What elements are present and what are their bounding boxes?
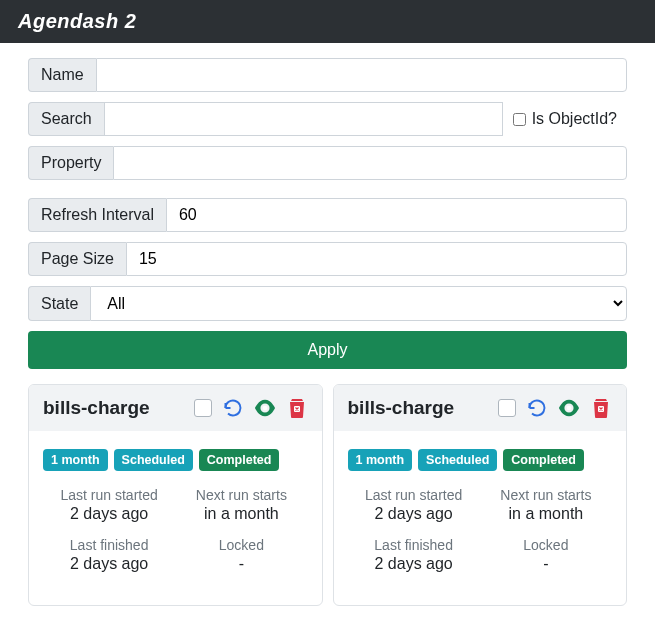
card-body: 1 month Scheduled Completed Last run sta… (29, 431, 322, 605)
badges-row: 1 month Scheduled Completed (348, 449, 613, 471)
interval-badge: 1 month (43, 449, 108, 471)
delete-icon[interactable] (590, 397, 612, 419)
search-input[interactable] (104, 102, 503, 136)
app-header: Agendash 2 (0, 0, 655, 43)
card-header: bills-charge (334, 385, 627, 431)
svg-point-0 (262, 406, 267, 411)
state-select[interactable]: All (90, 286, 627, 321)
app-title: Agendash 2 (18, 10, 136, 32)
property-label: Property (28, 146, 113, 180)
name-input[interactable] (96, 58, 627, 92)
interval-badge: 1 month (348, 449, 413, 471)
search-label: Search (28, 102, 104, 136)
refresh-interval-label: Refresh Interval (28, 198, 166, 232)
svg-point-2 (567, 406, 572, 411)
refresh-interval-group: Refresh Interval (28, 198, 627, 232)
stat-last-finished: Last finished 2 days ago (348, 537, 480, 573)
name-group: Name (28, 58, 627, 92)
is-objectid-label: Is ObjectId? (532, 110, 617, 128)
select-checkbox[interactable] (194, 399, 212, 417)
stat-last-finished: Last finished 2 days ago (43, 537, 175, 573)
stat-locked: Locked - (480, 537, 612, 573)
page-size-label: Page Size (28, 242, 126, 276)
stat-last-run-started: Last run started 2 days ago (348, 487, 480, 523)
badges-row: 1 month Scheduled Completed (43, 449, 308, 471)
card-header: bills-charge (29, 385, 322, 431)
completed-badge: Completed (503, 449, 584, 471)
property-input[interactable] (113, 146, 627, 180)
completed-badge: Completed (199, 449, 280, 471)
is-objectid-checkbox[interactable] (513, 113, 526, 126)
search-group: Search Is ObjectId? (28, 102, 627, 136)
page-size-group: Page Size (28, 242, 627, 276)
view-icon[interactable] (254, 397, 276, 419)
name-label: Name (28, 58, 96, 92)
delete-icon[interactable] (286, 397, 308, 419)
stat-last-run-started: Last run started 2 days ago (43, 487, 175, 523)
stat-next-run-starts: Next run starts in a month (480, 487, 612, 523)
cards-container: bills-charge 1 month Scheduled Completed (28, 384, 627, 606)
page-size-input[interactable] (126, 242, 627, 276)
requeue-icon[interactable] (222, 397, 244, 419)
refresh-interval-input[interactable] (166, 198, 627, 232)
scheduled-badge: Scheduled (114, 449, 193, 471)
content-area: Name Search Is ObjectId? Property Refres… (0, 43, 655, 626)
state-group: State All (28, 286, 627, 321)
scheduled-badge: Scheduled (418, 449, 497, 471)
select-checkbox[interactable] (498, 399, 516, 417)
state-label: State (28, 286, 90, 321)
stat-locked: Locked - (175, 537, 307, 573)
view-icon[interactable] (558, 397, 580, 419)
requeue-icon[interactable] (526, 397, 548, 419)
apply-button[interactable]: Apply (28, 331, 627, 369)
card-title: bills-charge (43, 397, 184, 419)
job-card: bills-charge 1 month Scheduled Completed (333, 384, 628, 606)
job-card: bills-charge 1 month Scheduled Completed (28, 384, 323, 606)
card-title: bills-charge (348, 397, 489, 419)
card-body: 1 month Scheduled Completed Last run sta… (334, 431, 627, 605)
property-group: Property (28, 146, 627, 180)
stat-next-run-starts: Next run starts in a month (175, 487, 307, 523)
